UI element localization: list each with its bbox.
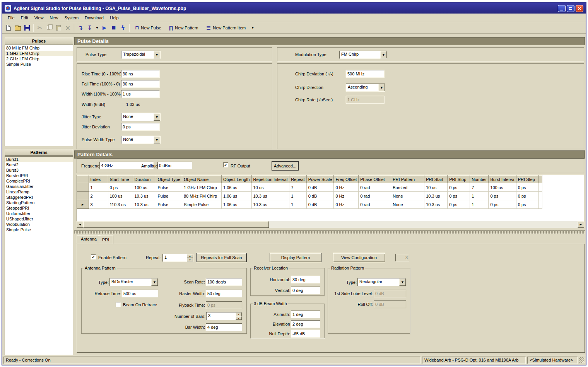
- table-cell[interactable]: 0 Hz: [334, 200, 359, 209]
- column-header[interactable]: Repetition Interval: [251, 176, 289, 183]
- view-configuration-button[interactable]: View Configuration: [333, 253, 385, 262]
- beam-on-retrace-checkbox[interactable]: [116, 302, 121, 307]
- cut-button[interactable]: ✂: [35, 23, 44, 32]
- pulse-type-select[interactable]: Trapezoidal ▼: [121, 51, 161, 59]
- table-cell[interactable]: 0 ps: [516, 200, 538, 209]
- table-cell[interactable]: 3: [89, 200, 108, 209]
- new-pattern-item-button[interactable]: ≡ New Pattern Item: [202, 23, 250, 32]
- pattern-list-item[interactable]: LinearRamp: [5, 189, 73, 195]
- repeats-full-scan-button[interactable]: Repeats for Full Scan: [196, 253, 247, 262]
- tab-pri[interactable]: PRI: [98, 236, 113, 244]
- table-cell[interactable]: 1.06 us: [222, 192, 252, 200]
- menu-item-file[interactable]: File: [5, 14, 18, 21]
- table-cell[interactable]: 80 MHz FM Chirp: [182, 192, 222, 200]
- table-cell[interactable]: 0 dB: [306, 192, 334, 200]
- pulses-panel-header[interactable]: Pulses: [5, 38, 73, 44]
- width-input[interactable]: [121, 90, 160, 98]
- column-header[interactable]: Object Length: [222, 176, 252, 183]
- table-cell[interactable]: 0 dB: [306, 200, 334, 209]
- table-cell[interactable]: 10.3 us: [424, 200, 448, 209]
- vertical-input[interactable]: [291, 287, 320, 294]
- table-cell[interactable]: 1.06 us: [222, 183, 252, 192]
- modulation-type-select[interactable]: FM Chirp ▼: [339, 51, 387, 59]
- new-pattern-button[interactable]: ∏ New Pattern: [165, 23, 202, 32]
- splitter-handle[interactable]: [74, 230, 585, 234]
- table-cell[interactable]: 10.3 us: [133, 192, 156, 200]
- column-header[interactable]: Index: [89, 176, 108, 183]
- enable-pattern-checkbox[interactable]: ✔: [91, 254, 96, 259]
- column-header[interactable]: Power Scale: [306, 176, 334, 183]
- table-cell[interactable]: 10.3 us: [424, 192, 448, 200]
- pulse-list-item[interactable]: 1 GHz LFM Chirp: [5, 51, 73, 56]
- table-cell[interactable]: 1: [289, 200, 306, 209]
- column-header[interactable]: Phase Offset: [359, 176, 391, 183]
- table-cell[interactable]: 10 us: [424, 183, 448, 192]
- column-header[interactable]: Freq Offset: [334, 176, 359, 183]
- table-cell[interactable]: 0 ps: [448, 192, 470, 200]
- table-cell[interactable]: Simple Pulse: [182, 200, 222, 209]
- minimize-button[interactable]: [558, 5, 566, 12]
- table-cell[interactable]: 1: [89, 183, 108, 192]
- antenna-type-select[interactable]: BiDirRaster ▼: [109, 278, 158, 286]
- menu-item-edit[interactable]: Edit: [18, 14, 31, 21]
- download-options-dropdown[interactable]: ▼: [94, 23, 100, 32]
- table-cell[interactable]: 0 Hz: [334, 192, 359, 200]
- table-cell[interactable]: 0 ps: [448, 183, 470, 192]
- table-cell[interactable]: 0 dB: [306, 183, 334, 192]
- spin-down-icon[interactable]: ▾: [187, 258, 193, 262]
- pulse-list-item[interactable]: 2 GHz LFM Chirp: [5, 56, 73, 61]
- pattern-list-item[interactable]: Simple Pulse: [5, 227, 73, 232]
- table-cell[interactable]: 0 ps: [516, 183, 538, 192]
- bar-width-input[interactable]: [206, 323, 242, 331]
- radiation-type-select[interactable]: Rectangular ▼: [357, 278, 406, 286]
- column-header[interactable]: Start Time: [108, 176, 133, 183]
- new-pattern-item-dropdown[interactable]: ▼: [250, 23, 256, 32]
- table-cell[interactable]: 10.3 us: [133, 200, 156, 209]
- scrollbar-thumb[interactable]: [83, 221, 269, 228]
- scroll-right-button[interactable]: ►: [578, 221, 584, 228]
- menu-item-download[interactable]: Download: [82, 14, 107, 21]
- menu-item-view[interactable]: View: [31, 14, 47, 21]
- pulse-width-type-select[interactable]: None ▼: [121, 136, 161, 144]
- menu-item-system[interactable]: System: [61, 14, 82, 21]
- pattern-list-item[interactable]: GaussianJitter: [5, 184, 73, 189]
- column-header[interactable]: PRI Pattern: [391, 176, 424, 183]
- table-cell[interactable]: 7: [289, 183, 306, 192]
- table-cell[interactable]: 100 us: [489, 183, 516, 192]
- column-header[interactable]: Burst Interva: [489, 176, 516, 183]
- number-of-bars-stepper[interactable]: 3 ▴▾: [206, 312, 242, 320]
- maximize-button[interactable]: [567, 5, 574, 12]
- repeat-stepper[interactable]: 1 ▴▾: [162, 254, 193, 262]
- column-header[interactable]: PRI Start: [424, 176, 448, 183]
- table-cell[interactable]: 0 ps: [489, 200, 516, 209]
- fall-time-input[interactable]: [121, 80, 160, 88]
- table-cell[interactable]: 110.3 us: [108, 200, 133, 209]
- menu-item-help[interactable]: Help: [107, 14, 122, 21]
- table-cell[interactable]: Bursted: [391, 183, 424, 192]
- table-cell[interactable]: 0 rad: [359, 183, 391, 192]
- column-header[interactable]: PRI Stop: [448, 176, 470, 183]
- table-cell[interactable]: 1.06 us: [222, 200, 252, 209]
- new-file-button[interactable]: [4, 23, 13, 32]
- table-cell[interactable]: 1: [470, 192, 489, 200]
- spin-down-icon[interactable]: ▾: [236, 316, 242, 320]
- table-cell[interactable]: 10.3 us: [251, 200, 289, 209]
- pattern-list-item[interactable]: ComplexPRI: [5, 178, 73, 184]
- table-cell[interactable]: 0 rad: [359, 192, 391, 200]
- rise-time-input[interactable]: [121, 70, 160, 78]
- chirp-direction-select[interactable]: Ascending ▼: [346, 84, 385, 92]
- table-cell[interactable]: None: [391, 200, 424, 209]
- table-cell[interactable]: 0 Hz: [334, 183, 359, 192]
- paste-button[interactable]: [54, 23, 63, 32]
- pulse-list-item[interactable]: Simple Pulse: [5, 61, 73, 67]
- row-selector-cell[interactable]: [77, 183, 89, 192]
- open-button[interactable]: [13, 23, 22, 32]
- pattern-list-item[interactable]: UShapedJitter: [5, 216, 73, 222]
- spin-up-icon[interactable]: ▴: [187, 254, 193, 258]
- column-header[interactable]: Object Type: [156, 176, 182, 183]
- retrace-time-input[interactable]: [122, 290, 158, 297]
- tab-antenna[interactable]: Antenna: [77, 235, 101, 244]
- null-depth-input[interactable]: [291, 330, 320, 338]
- download-to-bar-button[interactable]: ↧: [85, 23, 94, 32]
- jitter-type-select[interactable]: None ▼: [121, 113, 161, 121]
